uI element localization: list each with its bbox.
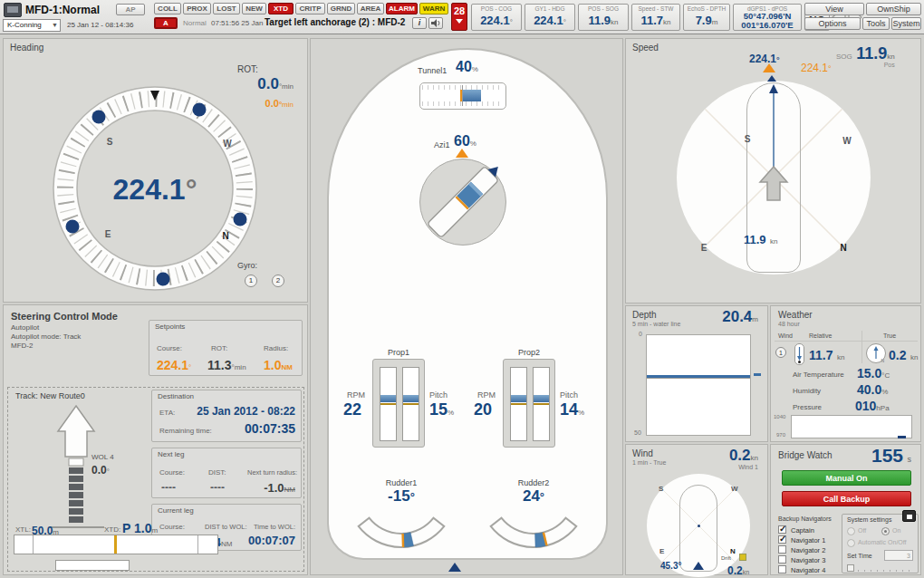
cog-order-value: 224.1° [801,59,832,75]
manual-on-button[interactable]: Manual On [782,470,911,486]
wol-segment [69,458,83,466]
mfd-icon [4,3,22,17]
ap-button[interactable]: AP [116,4,145,15]
ack-alarm-button[interactable]: A [154,17,178,29]
off-radio[interactable] [847,527,855,535]
lock-button[interactable] [902,510,916,522]
prop1-rpm-label: RPM [347,390,365,400]
cardinal-n: N [222,231,228,241]
prop1-pitch-value: 15% [429,400,454,419]
set-time-input[interactable] [884,550,913,561]
captain-checkbox[interactable] [778,525,786,534]
menu-tools-button[interactable]: Tools [862,17,890,30]
steering-title: Steering Control Mode [11,311,118,322]
steering-mode-line1: Autopilot [11,323,39,332]
mode-dropdown[interactable]: K-Conning ▼ [3,19,61,32]
navigator4-checkbox[interactable] [778,565,786,573]
slider-handle[interactable] [847,564,854,572]
navigator-row: Navigator 3 [778,555,840,565]
audio-mute-button[interactable] [428,17,443,29]
next-radius-value: -1.0NM [264,479,295,496]
gyro-2-button[interactable]: 2 [272,275,284,287]
next-course-value: ---- [161,481,176,494]
on-radio[interactable] [881,527,890,535]
info-button[interactable]: i [412,17,427,29]
prop1-pitch-label: Pitch [429,390,448,400]
destination-box: Destination ETA: 25 Jan 2012 - 08:22 Rem… [151,390,302,442]
navigator1-checkbox[interactable] [778,535,786,544]
stern-marker-icon [448,563,461,572]
alarm-count-badge[interactable]: 28 [451,3,467,31]
heading-panel: Heading S W E N 224.1° ROT: 0.0°min 0.0°… [3,38,308,303]
rot-order: 0.0°min [194,94,294,111]
prop2-rpm-value: 20 [474,400,492,419]
weather-title: Weather [778,310,813,320]
compass-dot [234,213,247,226]
steering-mode-line3: MFD-2 [11,342,33,350]
alarm-button-critp[interactable]: CRITP [295,3,325,14]
pressure-graph [791,415,912,438]
alarm-button-prox[interactable]: PROX [183,3,211,14]
tunnel-value: 40% [456,59,478,75]
alarm-button-lost[interactable]: LOST [213,3,240,14]
pressure-label: Pressure [793,403,822,411]
sog-source: Pos [836,62,895,68]
weather-panel: Weather 48 hour Wind Relative True 1 11.… [770,305,921,442]
rudder2-label: Rudder2 [488,478,579,487]
rudder1-label: Rudder1 [356,478,447,487]
cardinal-s: S [107,137,113,147]
true-wind-icon: N [866,343,886,363]
gyro-1-button[interactable]: 1 [245,275,257,287]
drift-value: 0.2kn [727,562,749,578]
wind-cardinal-n: N [730,547,736,555]
depth-title: Depth [632,310,657,320]
wind-cardinal-w: W [731,485,738,493]
menu-view-button[interactable]: View [804,3,864,15]
alarm-button-alarm[interactable]: ALARM [386,3,418,14]
alarm-button-new[interactable]: NEW [242,3,266,14]
track-arrow-graphic [34,404,133,540]
drift-label: Drift [721,555,731,561]
automatic-radio[interactable] [847,539,855,547]
menu-options-button[interactable]: Options [804,17,861,30]
alarm-button-warn[interactable]: WARN [419,3,448,14]
relative-wind-value: 11.7 kn [809,347,844,363]
prop2-pitch-value: 14% [560,400,584,419]
true-col-label: True [883,332,896,339]
alarm-button-xtd[interactable]: XTD [268,3,294,14]
bridge-watch-title: Bridge Watch [778,450,833,460]
menu-ownship-button[interactable]: OwnShip [866,3,921,15]
depth-current-marker [754,373,761,376]
remaining-value: 00:07:35 [245,421,295,436]
navigator3-checkbox[interactable] [778,555,786,564]
next-dist-value: ---- [210,481,225,494]
call-backup-button[interactable]: Call Backup [782,491,911,506]
navigator-row: Navigator 4 [778,565,840,575]
menu-system-button[interactable]: System [891,17,921,30]
header-datetime: 25 Jan 12 - 08:14:36 [67,21,133,29]
alarm-message: Target left anchorage (2) : MFD-2 [265,17,405,27]
wind-subtitle: 1 min - True [632,459,666,466]
wind-cardinal-s: S [659,485,663,493]
field-pos-cog: POS - COG 224.1° [471,4,522,31]
speaker-icon [431,19,440,27]
alarm-button-row: COLL PROX LOST NEW XTD CRITP GRND AREA A… [154,3,448,14]
alarm-button-area[interactable]: AREA [357,3,384,14]
prop2-pitch-label: Pitch [560,390,578,400]
next-leg-box: Next leg Course: DIST: Next turn radius:… [151,448,302,498]
tunnel-gauge [419,82,506,110]
azi-label: Azi1 [434,140,450,149]
set-time-slider[interactable] [847,564,914,573]
rot-label: ROT: [237,64,258,74]
heading-value: 224.1° [55,173,255,207]
tunnel-fill [463,90,481,101]
alarm-button-coll[interactable]: COLL [154,3,181,14]
track-scale-box [55,560,130,571]
compass-dot [92,111,106,124]
wind-sensor-badge[interactable]: 1 [775,347,786,358]
alarm-button-grnd[interactable]: GRND [327,3,355,14]
field-echos-dpth: EchoS - DPTH 7.9m [683,4,730,31]
navigator2-checkbox[interactable] [778,545,786,554]
bridge-watch-countdown: 155 s [871,445,911,467]
info-icon: i [419,18,421,27]
